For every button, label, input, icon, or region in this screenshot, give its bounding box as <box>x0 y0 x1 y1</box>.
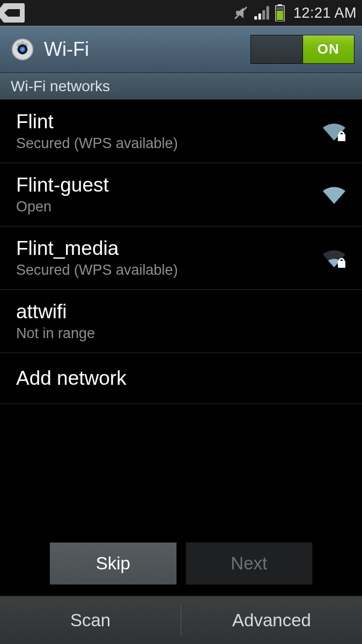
svg-rect-0 <box>254 16 257 19</box>
wifi-signal-icon <box>319 120 349 143</box>
svg-rect-6 <box>277 11 283 20</box>
wifi-networks-section-label: Wi-Fi networks <box>0 73 362 100</box>
status-bar: 12:21 AM <box>0 0 362 26</box>
wifi-signal-icon <box>319 184 349 206</box>
network-status: Secured (WPS available) <box>16 262 319 279</box>
network-name: Flint <box>16 111 319 133</box>
svg-rect-7 <box>277 7 283 10</box>
svg-point-11 <box>21 48 24 51</box>
page-title: Wi-Fi <box>44 38 250 61</box>
back-button[interactable] <box>3 3 25 23</box>
skip-button[interactable]: Skip <box>49 542 177 585</box>
add-network-item[interactable]: Add network <box>0 353 362 404</box>
svg-rect-2 <box>262 10 265 20</box>
scan-button[interactable]: Scan <box>0 596 181 644</box>
svg-rect-3 <box>267 6 269 20</box>
network-item[interactable]: Flint Secured (WPS available) <box>0 100 362 163</box>
network-status: Not in range <box>16 325 349 342</box>
advanced-button[interactable]: Advanced <box>181 596 362 644</box>
cell-signal-icon <box>254 5 270 21</box>
toggle-on-label: ON <box>303 35 354 63</box>
bottom-bar: Scan Advanced <box>0 596 362 644</box>
network-status: Secured (WPS available) <box>16 135 319 152</box>
next-button[interactable]: Next <box>186 542 313 585</box>
battery-icon <box>275 4 285 21</box>
network-status: Open <box>16 199 319 215</box>
network-item[interactable]: attwifi Not in range <box>0 290 362 353</box>
wizard-buttons: Skip Next <box>0 542 362 596</box>
wifi-header: Wi-Fi ON <box>0 26 362 73</box>
wifi-toggle[interactable]: ON <box>250 35 354 64</box>
network-name: Flint_media <box>16 237 319 260</box>
network-item[interactable]: Flint-guest Open <box>0 163 362 226</box>
clock: 12:21 AM <box>293 5 357 21</box>
network-item[interactable]: Flint_media Secured (WPS available) <box>0 226 362 290</box>
add-network-label: Add network <box>16 367 349 390</box>
wifi-signal-icon <box>319 247 349 269</box>
mute-icon <box>233 5 249 21</box>
status-icons: 12:21 AM <box>233 4 357 21</box>
network-list: Flint Secured (WPS available) Flint-gues… <box>0 100 362 404</box>
gear-icon <box>10 36 35 62</box>
network-name: Flint-guest <box>16 174 319 196</box>
svg-rect-1 <box>258 13 261 19</box>
network-name: attwifi <box>16 301 349 323</box>
